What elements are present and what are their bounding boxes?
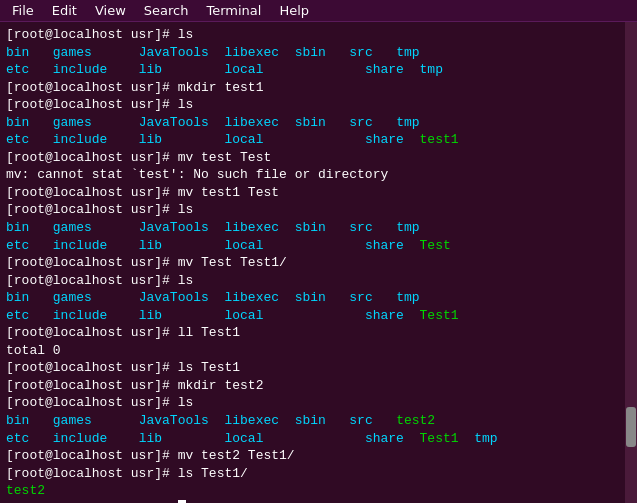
terminal-line: etc include lib local share Test1 (6, 307, 631, 325)
terminal-line: bin games JavaTools libexec sbin src tes… (6, 412, 631, 430)
menu-view[interactable]: View (87, 1, 134, 20)
terminal-line: bin games JavaTools libexec sbin src tmp (6, 219, 631, 237)
terminal-line: [root@localhost usr]# mkdir test1 (6, 79, 631, 97)
terminal-line: [root@localhost usr]# ll Test1 (6, 324, 631, 342)
menu-search[interactable]: Search (136, 1, 197, 20)
terminal-line: bin games JavaTools libexec sbin src tmp (6, 114, 631, 132)
terminal-line: bin games JavaTools libexec sbin src tmp (6, 289, 631, 307)
terminal-line: [root@localhost usr]# ls (6, 201, 631, 219)
terminal-line: [root@localhost usr]# mv Test Test1/ (6, 254, 631, 272)
terminal-line: test2 (6, 482, 631, 500)
menu-bar: File Edit View Search Terminal Help (0, 0, 637, 22)
terminal-line: etc include lib local share test1 (6, 131, 631, 149)
menu-help[interactable]: Help (271, 1, 317, 20)
terminal-line: etc include lib local share Test1 tmp (6, 430, 631, 448)
terminal-line: [root@localhost usr]# mv test Test (6, 149, 631, 167)
terminal-line: etc include lib local share Test (6, 237, 631, 255)
terminal-line: total 0 (6, 342, 631, 360)
terminal-line: [root@localhost usr]# ls Test1/ (6, 465, 631, 483)
terminal-area[interactable]: [root@localhost usr]# ls bin games JavaT… (0, 22, 637, 503)
terminal-line: bin games JavaTools libexec sbin src tmp (6, 44, 631, 62)
terminal-line: mv: cannot stat `test': No such file or … (6, 166, 631, 184)
menu-file[interactable]: File (4, 1, 42, 20)
terminal-line: [root@localhost usr]# ls (6, 394, 631, 412)
menu-terminal[interactable]: Terminal (198, 1, 269, 20)
menu-edit[interactable]: Edit (44, 1, 85, 20)
terminal-line: [root@localhost usr]# ls (6, 272, 631, 290)
terminal-line: [root@localhost usr]# mv test2 Test1/ (6, 447, 631, 465)
terminal-line: etc include lib local share tmp (6, 61, 631, 79)
terminal-line: [root@localhost usr]# mv test1 Test (6, 184, 631, 202)
terminal-line: [root@localhost usr]# mkdir test2 (6, 377, 631, 395)
terminal-line: [root@localhost usr]# ls (6, 96, 631, 114)
terminal-line: [root@localhost usr]# ls Test1 (6, 359, 631, 377)
scrollbar[interactable] (625, 22, 637, 503)
scrollbar-thumb[interactable] (626, 407, 636, 447)
terminal-line: [root@localhost usr]# ls (6, 26, 631, 44)
